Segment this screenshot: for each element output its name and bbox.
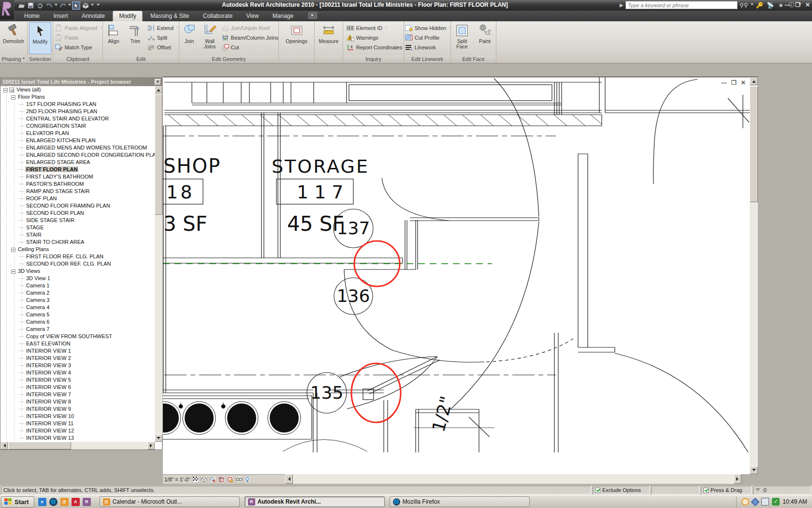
tree-item-label[interactable]: FIRST FLOOR REF. CLG. PLAN bbox=[25, 254, 104, 259]
tree-item-label[interactable]: ENLARGED SECOND FLOOR CONGREGATION PLA bbox=[25, 152, 155, 158]
quick-launch-outlook-icon[interactable]: ◷ bbox=[60, 498, 69, 506]
tree-item-label[interactable]: INTERIOR VIEW 10 bbox=[25, 413, 75, 419]
tree-item-camera-5[interactable]: Camera 5 bbox=[0, 311, 155, 318]
project-browser-title[interactable]: 100211 Israel Total Life Ministries - Pr… bbox=[0, 78, 162, 86]
tree-item-interior-view-1[interactable]: INTERIOR VIEW 1 bbox=[0, 347, 155, 355]
tree-item-camera-6[interactable]: Camera 6 bbox=[0, 318, 155, 326]
panel-label-phasing[interactable]: Phasing bbox=[0, 55, 27, 63]
subscription-key-icon[interactable]: 🔑 bbox=[755, 2, 764, 9]
exclude-options-control[interactable]: Exclude Options bbox=[593, 486, 650, 494]
tree-item-side-stage-stair[interactable]: SIDE STAGE STAIR bbox=[0, 217, 155, 224]
tree-item-label[interactable]: Camera 1 bbox=[25, 283, 50, 288]
door-tag-135[interactable]: 135 bbox=[310, 383, 344, 403]
filter-funnel-icon[interactable] bbox=[755, 488, 760, 494]
tree-item-stair[interactable]: STAIR bbox=[0, 231, 155, 239]
search-input[interactable] bbox=[625, 1, 738, 9]
tree-item-interior-view-10[interactable]: INTERIOR VIEW 10 bbox=[0, 413, 155, 420]
tree-item-label[interactable]: SIDE STAGE STAIR bbox=[25, 217, 75, 223]
exclude-options-checkbox[interactable] bbox=[595, 488, 600, 493]
tree-item-enlarged-stage-area[interactable]: ENLARGED STAGE AREA bbox=[0, 159, 155, 166]
tree-item-interior-view-8[interactable]: INTERIOR VIEW 8 bbox=[0, 398, 155, 405]
tree-item-enlarged-kitchen-plan[interactable]: ENLARGED KITCHEN PLAN bbox=[0, 137, 155, 144]
modify-cursor-button[interactable] bbox=[72, 1, 80, 10]
tree-item-label[interactable]: 2ND FLOOR PHASING PLAN bbox=[25, 108, 98, 114]
tree-collapse-icon[interactable] bbox=[11, 95, 15, 100]
tree-item-pastor-s-bathroom[interactable]: PASTOR'S BATHROOM bbox=[0, 180, 155, 188]
tree-item-label[interactable]: Camera 6 bbox=[25, 319, 50, 325]
tree-item-label[interactable]: ROOF PLAN bbox=[25, 195, 58, 201]
view-scale-label[interactable]: 1/8" = 1'-0" bbox=[164, 477, 190, 482]
scroll-up-button[interactable] bbox=[750, 77, 758, 85]
report-coordinates-button[interactable]: Report Coordinates bbox=[347, 44, 402, 51]
tree-item-interior-view-5[interactable]: INTERIOR VIEW 5 bbox=[0, 376, 155, 384]
tray-display-icon[interactable] bbox=[751, 497, 760, 506]
drawing-vertical-scrollbar[interactable] bbox=[750, 77, 758, 474]
qat-customize-arrow-icon[interactable] bbox=[97, 4, 100, 7]
tree-item-label[interactable]: FIRST FLOOR PLAN bbox=[25, 166, 78, 172]
show-hidden-button[interactable]: Show Hidden bbox=[405, 24, 451, 32]
cut-button[interactable]: Cut bbox=[221, 44, 245, 51]
room-name-storage[interactable]: STORAGE bbox=[272, 156, 369, 177]
tree-item-label[interactable]: 1ST FLOOR PHASING PLAN bbox=[25, 101, 97, 107]
tree-item-stair-to-choir-area[interactable]: STAIR TO CHOIR AREA bbox=[0, 239, 155, 246]
tree-item-roof-plan[interactable]: ROOF PLAN bbox=[0, 195, 155, 202]
redo-button[interactable] bbox=[58, 1, 67, 10]
crop-view-icon[interactable] bbox=[218, 476, 225, 483]
join-unjoin-roof-button[interactable]: Join/Unjoin Roof bbox=[221, 24, 270, 32]
task-firefox[interactable]: 🌐 Mozilla Firefox bbox=[390, 496, 530, 507]
element-id-button[interactable]: Element ID bbox=[347, 24, 388, 32]
tree-item-label[interactable]: Camera 2 bbox=[25, 290, 50, 296]
tree-collapse-icon[interactable] bbox=[11, 269, 15, 274]
start-button[interactable]: Start bbox=[1, 496, 34, 508]
press-drag-control[interactable]: Press & Drag bbox=[701, 486, 752, 494]
split-button[interactable]: Split bbox=[147, 34, 167, 42]
tree-item-label[interactable]: Ceiling Plans bbox=[17, 246, 50, 252]
reveal-hidden-elements-icon[interactable] bbox=[244, 476, 251, 483]
door-tag-136[interactable]: 136 bbox=[337, 286, 370, 306]
tree-item-camera-2[interactable]: Camera 2 bbox=[0, 289, 155, 297]
tree-item-label[interactable]: STAIR TO CHOIR AREA bbox=[25, 239, 85, 245]
tree-item-interior-view-3[interactable]: INTERIOR VIEW 3 bbox=[0, 362, 155, 369]
tab-annotate[interactable]: Annotate bbox=[76, 11, 111, 21]
press-drag-checkbox[interactable] bbox=[703, 488, 709, 493]
tree-item-interior-view-13[interactable]: INTERIOR VIEW 13 bbox=[0, 434, 155, 442]
3d-view-button[interactable] bbox=[81, 1, 89, 10]
quick-launch-revit-icon[interactable]: R bbox=[83, 498, 91, 506]
app-close-button[interactable]: ✕ bbox=[805, 1, 810, 8]
tree-item-label[interactable]: INTERIOR VIEW 1 bbox=[25, 348, 72, 354]
revit-app-button[interactable] bbox=[0, 0, 14, 19]
tree-item-congregation-stair[interactable]: CONGREGATION STAIR bbox=[0, 122, 155, 130]
app-restore-button[interactable]: ❐ bbox=[795, 1, 800, 8]
tree-item-3d-views[interactable]: 3D Views bbox=[0, 268, 155, 275]
openings-button[interactable]: Openings bbox=[286, 22, 308, 54]
browser-vertical-scrollbar[interactable] bbox=[155, 86, 162, 442]
task-revit[interactable]: R Autodesk Revit Archi... bbox=[245, 496, 385, 507]
tree-item-label[interactable]: PASTOR'S BATHROOM bbox=[25, 181, 85, 187]
task-calendar-outlook[interactable]: ◷ Calendar - Microsoft Outl... bbox=[100, 496, 240, 507]
tree-item-label[interactable]: Camera 4 bbox=[25, 304, 50, 310]
measure-dropdown-icon[interactable] bbox=[328, 44, 331, 47]
search-binoculars-icon[interactable]: ⚲⚲ bbox=[740, 2, 748, 9]
undo-button[interactable] bbox=[45, 1, 53, 10]
tree-item-interior-view-4[interactable]: INTERIOR VIEW 4 bbox=[0, 369, 155, 376]
tree-item-camera-4[interactable]: Camera 4 bbox=[0, 304, 155, 311]
tree-item-ceiling-plans[interactable]: Ceiling Plans bbox=[0, 246, 155, 253]
tree-item-interior-view-6[interactable]: INTERIOR VIEW 6 bbox=[0, 384, 155, 391]
drawing-horizontal-scrollbar[interactable] bbox=[285, 474, 741, 484]
tree-item-first-lady-s-bathroom[interactable]: FIRST LADY'S BATHROOM bbox=[0, 173, 155, 180]
trim-button[interactable]: Trim bbox=[125, 22, 146, 54]
cut-dropdown-icon[interactable] bbox=[242, 46, 245, 49]
shadows-icon[interactable] bbox=[209, 476, 217, 483]
tree-item-copy-of-view-from-southwest[interactable]: Copy of VIEW FROM SOUTHWEST bbox=[0, 333, 155, 340]
communication-center-icon[interactable]: 📡 bbox=[766, 2, 775, 9]
wall-joins-button[interactable]: Wall Joins bbox=[200, 22, 219, 54]
tree-item-label[interactable]: CENTRAL STAIR AND ELEVATOR bbox=[25, 116, 110, 121]
beam-column-joins-button[interactable]: Beam/Column Joins bbox=[221, 34, 278, 42]
browser-scroll-up-button[interactable] bbox=[155, 86, 162, 93]
tree-item-ramp-and-stage-stair[interactable]: RAMP AND STAGE STAIR bbox=[0, 188, 155, 195]
tab-view[interactable]: View bbox=[241, 11, 265, 21]
extend-dropdown-icon[interactable] bbox=[176, 27, 179, 30]
tree-item-3d-view-1[interactable]: 3D View 1 bbox=[0, 275, 155, 282]
project-browser-close-icon[interactable]: ✕ bbox=[155, 79, 161, 85]
tree-item-first-floor-ref-clg-plan[interactable]: FIRST FLOOR REF. CLG. PLAN bbox=[0, 253, 155, 260]
